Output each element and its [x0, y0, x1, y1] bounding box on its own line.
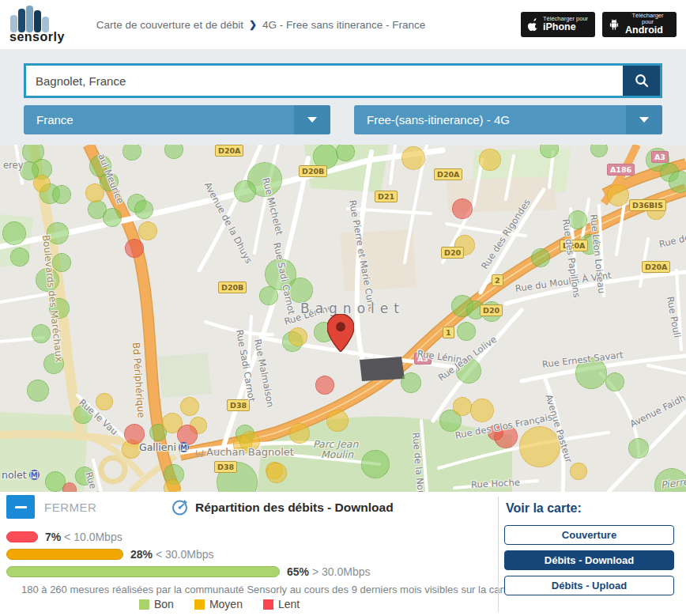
measurement-dot: [401, 146, 425, 170]
chevron-down-icon: [639, 117, 649, 123]
road-badge: D20A: [434, 168, 462, 180]
speed-bar: [6, 566, 280, 577]
legend-swatch: [194, 599, 205, 610]
measurement-dot: [85, 183, 104, 202]
search-bar: [24, 63, 662, 98]
download-big-label: Android: [625, 25, 663, 36]
road-badge: D38: [214, 461, 237, 473]
download-small-label: Télécharger pour: [625, 13, 670, 26]
measurement-dot: [2, 221, 26, 245]
dropdown-cap: [294, 105, 330, 134]
country-dropdown[interactable]: France: [24, 105, 330, 134]
map-canvas[interactable]: D20AD20BD20AD21A3A186D36BISD20D20AD20AD2…: [0, 145, 686, 492]
stats-title-text: Répartition des débits - Download: [195, 501, 394, 515]
measurement-dot: [103, 208, 122, 227]
measurement-dot: [259, 286, 278, 305]
metro-station-label: GallieniM: [139, 441, 189, 453]
measurement-dot: [125, 239, 144, 258]
measurement-dot: [266, 463, 287, 483]
speed-bar-label: 65% > 30.0Mbps: [287, 565, 370, 578]
minus-icon: [6, 495, 35, 519]
measurement-dot: [96, 393, 113, 410]
map-mode-d-bits-download[interactable]: Débits - Download: [504, 550, 674, 570]
map-mode-couverture[interactable]: Couverture: [504, 525, 674, 545]
view-map-heading: Voir la carte:: [506, 501, 582, 516]
measurement-dot: [669, 171, 686, 193]
measurement-dot: [10, 248, 29, 266]
measurement-dot: [234, 180, 256, 202]
legend: BonMoyenLent: [139, 598, 300, 610]
filters-row: France Free-(sans-itinerance) - 4G: [24, 105, 662, 134]
measurement-dot: [27, 380, 49, 402]
measurement-dot: [531, 248, 550, 267]
road-badge: 2: [492, 274, 503, 286]
android-icon: [609, 18, 620, 31]
poi-label: Auchan Bagnolet: [196, 446, 294, 458]
breadcrumb-section: Carte de couverture et de débit: [96, 19, 243, 31]
measurement-dot: [52, 185, 71, 204]
measurement-dot: [628, 438, 649, 459]
download-iphone-button[interactable]: Télécharger pour iPhone: [521, 12, 595, 37]
measurement-dot: [289, 423, 310, 444]
speed-bar: [6, 549, 123, 560]
road-badge: D20: [441, 247, 464, 259]
road-badge: A186: [607, 164, 635, 176]
speed-bar: [6, 531, 38, 542]
measurement-dot: [315, 376, 334, 395]
measurement-dot: [361, 450, 390, 478]
legend-item: Moyen: [194, 598, 243, 610]
stats-panel: FERMER Répartition des débits - Download…: [0, 492, 686, 616]
measurement-dot: [62, 482, 77, 492]
measurement-dot: [32, 324, 51, 343]
country-dropdown-value: France: [24, 113, 294, 127]
speed-bar-row: 65% > 30.0Mbps: [6, 566, 370, 577]
measures-note: 180 à 260 mesures réalisées par la commu…: [21, 584, 514, 595]
road-badge: D20: [480, 304, 503, 316]
speed-bar-row: 28% < 30.0Mbps: [6, 549, 370, 560]
sensorly-logo[interactable]: sensorly: [9, 6, 65, 44]
street-label: erey: [3, 160, 23, 171]
measurement-dot: [164, 479, 181, 492]
map-mode-d-bits-upload[interactable]: Débits - Upload: [504, 576, 674, 595]
speed-bar-row: 7% < 10.0Mbps: [6, 531, 370, 542]
location-marker[interactable]: [327, 314, 354, 352]
measurement-dot: [134, 200, 153, 219]
park-label: Moulin: [321, 448, 353, 460]
search-section: France Free-(sans-itinerance) - 4G: [0, 49, 686, 145]
download-big-label: iPhone: [543, 22, 576, 33]
search-input[interactable]: [26, 66, 623, 96]
download-android-button[interactable]: Télécharger pour Android: [602, 12, 677, 37]
measurement-dot: [470, 399, 494, 422]
divider: [498, 497, 499, 612]
measurement-dot: [479, 149, 501, 171]
map-mode-buttons: CouvertureDébits - DownloadDébits - Uplo…: [504, 525, 674, 601]
network-dropdown[interactable]: Free-(sans-itinerance) - 4G: [354, 105, 662, 134]
shopping-cart-icon: [196, 450, 204, 455]
legend-item: Bon: [139, 598, 174, 610]
road-badge: D20A: [642, 261, 670, 273]
legend-swatch: [263, 599, 273, 610]
chevron-right-icon: ❯: [249, 19, 257, 30]
measurement-dot: [605, 372, 624, 391]
header: sensorly Carte de couverture et de débit…: [0, 0, 686, 49]
breadcrumb-current: 4G - Free sans itinerance - France: [262, 19, 425, 31]
legend-swatch: [139, 599, 149, 610]
road-badge: D20B: [299, 165, 327, 177]
measurement-dot: [180, 397, 199, 416]
measurement-dot: [401, 372, 421, 393]
speed-bar-label: 28% < 30.0Mbps: [130, 548, 213, 561]
chevron-down-icon: [307, 117, 317, 123]
dropdown-cap: [626, 105, 662, 134]
logo-bars-icon: [9, 6, 51, 32]
road-badge: D20B: [218, 282, 247, 293]
close-panel-button[interactable]: FERMER: [6, 495, 96, 519]
metro-icon: M: [179, 442, 189, 452]
speedometer-icon: [171, 498, 189, 516]
apple-icon: [527, 18, 537, 31]
measurement-dot: [457, 322, 476, 341]
speed-bar-label: 7% < 10.0Mbps: [45, 531, 122, 543]
road-badge: D21: [375, 191, 398, 202]
measurement-dot: [607, 184, 629, 206]
road-badge: 1: [443, 327, 454, 338]
search-button[interactable]: [623, 66, 660, 96]
